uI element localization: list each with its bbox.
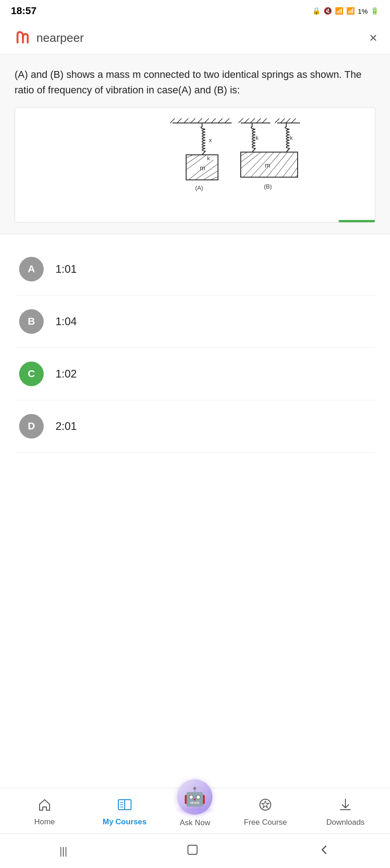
option-b-circle: B <box>19 309 44 334</box>
bottom-nav: Home My Courses 🤖 Ask Now Free Course <box>0 788 390 833</box>
svg-text:m: m <box>265 162 270 169</box>
option-d[interactable]: D 2:01 <box>15 400 375 453</box>
nav-my-courses-label: My Courses <box>103 817 147 827</box>
option-d-letter: D <box>28 420 35 432</box>
nav-home[interactable]: Home <box>17 798 72 827</box>
svg-text:k: k <box>256 135 259 141</box>
svg-line-42 <box>283 158 298 177</box>
svg-text:(B): (B) <box>264 183 272 190</box>
svg-line-24 <box>244 118 249 123</box>
svg-marker-55 <box>262 801 269 808</box>
svg-line-29 <box>275 118 279 123</box>
svg-text:x: x <box>209 137 212 143</box>
option-b[interactable]: B 1:04 <box>15 296 375 348</box>
svg-line-34 <box>241 152 248 156</box>
option-a-circle: A <box>19 257 44 281</box>
svg-line-16 <box>203 171 218 180</box>
svg-line-37 <box>243 152 267 177</box>
option-b-letter: B <box>28 316 35 327</box>
nav-downloads[interactable]: Downloads <box>318 797 373 827</box>
lock-icon: 🔒 <box>312 7 321 15</box>
nav-ask-now-label: Ask Now <box>180 818 210 827</box>
sys-menu-button[interactable]: ||| <box>41 841 86 862</box>
svg-line-17 <box>210 177 218 180</box>
question-image: x k m (A) <box>15 107 375 223</box>
battery-icon: 🔋 <box>370 7 379 15</box>
wifi-icon: 📶 <box>335 7 344 15</box>
svg-line-9 <box>225 118 229 123</box>
sys-back-button[interactable] <box>299 839 349 863</box>
svg-line-3 <box>184 118 188 123</box>
svg-line-26 <box>256 118 261 123</box>
progress-indicator <box>339 220 375 222</box>
svg-rect-57 <box>188 845 197 854</box>
option-a-label: 1:01 <box>56 263 77 276</box>
option-c-label: 1:02 <box>56 368 77 380</box>
nav-free-course[interactable]: Free Course <box>238 797 293 827</box>
svg-line-27 <box>262 118 267 123</box>
spring-diagram: x k m (A) <box>91 115 300 215</box>
svg-line-25 <box>250 118 255 123</box>
svg-text:k: k <box>290 135 293 141</box>
home-icon <box>38 798 51 815</box>
svg-line-7 <box>211 118 216 123</box>
logo-icon <box>13 28 32 47</box>
svg-line-8 <box>218 118 223 123</box>
option-d-circle: D <box>19 414 44 439</box>
svg-line-4 <box>191 118 195 123</box>
svg-line-23 <box>238 118 243 123</box>
svg-line-32 <box>291 118 296 123</box>
status-icons: 🔒 🔇 📶 📶 1% 🔋 <box>312 7 379 15</box>
nav-ask-now[interactable]: 🤖 Ask Now <box>177 779 213 827</box>
nav-my-courses[interactable]: My Courses <box>97 798 152 827</box>
svg-line-35 <box>241 152 254 162</box>
svg-text:(A): (A) <box>195 184 203 191</box>
question-text: (A) and (B) shows a mass m connected to … <box>15 67 375 98</box>
svg-line-2 <box>177 118 182 123</box>
option-c-letter: C <box>28 368 35 380</box>
downloads-icon <box>339 797 352 815</box>
svg-line-31 <box>286 118 290 123</box>
signal-icon: 📶 <box>346 7 355 15</box>
nav-home-label: Home <box>34 817 55 827</box>
sys-home-button[interactable] <box>168 839 217 863</box>
nav-free-course-label: Free Course <box>244 818 287 827</box>
my-courses-icon <box>117 798 132 815</box>
status-bar: 18:57 🔒 🔇 📶 📶 1% 🔋 <box>0 0 390 22</box>
question-area: (A) and (B) shows a mass m connected to … <box>0 54 390 234</box>
option-a-letter: A <box>28 263 35 275</box>
svg-text:m: m <box>200 164 205 172</box>
free-course-icon <box>258 797 273 815</box>
status-time: 18:57 <box>11 5 36 17</box>
svg-line-12 <box>186 155 200 164</box>
options-area: A 1:01 B 1:04 C 1:02 D 2:01 <box>0 234 390 462</box>
option-c-circle: C <box>19 362 44 386</box>
svg-line-11 <box>186 155 193 158</box>
svg-line-30 <box>280 118 285 123</box>
logo-text: nearpeer <box>36 31 84 45</box>
svg-line-1 <box>170 118 175 123</box>
logo: nearpeer <box>13 28 84 47</box>
system-nav: ||| <box>0 833 390 868</box>
option-d-label: 2:01 <box>56 420 77 433</box>
option-a[interactable]: A 1:01 <box>15 243 375 296</box>
header: nearpeer × <box>0 22 390 54</box>
battery-percent: 1% <box>358 7 368 15</box>
mute-icon: 🔇 <box>324 7 332 15</box>
robot-glow <box>174 806 215 815</box>
option-b-label: 1:04 <box>56 315 77 328</box>
close-button[interactable]: × <box>369 31 377 45</box>
svg-line-5 <box>198 118 202 123</box>
svg-line-6 <box>204 118 209 123</box>
nav-downloads-label: Downloads <box>326 818 365 827</box>
svg-text:k: k <box>207 155 210 162</box>
option-c[interactable]: C 1:02 <box>15 348 375 400</box>
